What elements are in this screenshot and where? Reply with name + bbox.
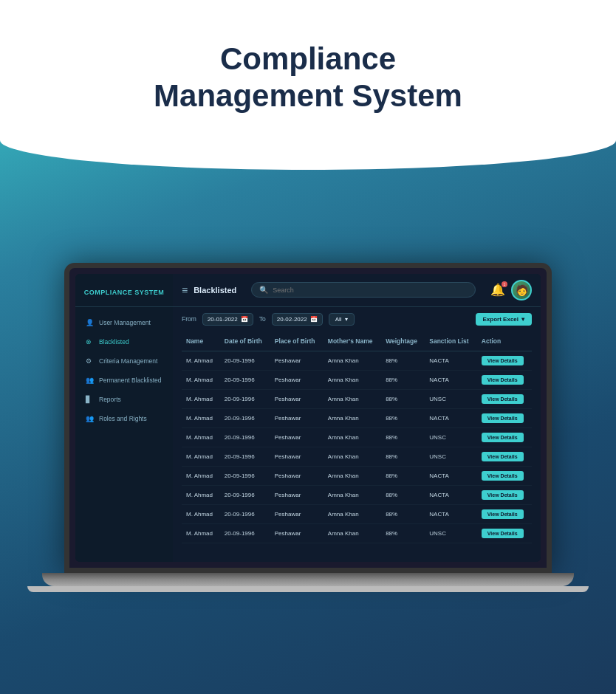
cell-action: View Details <box>477 447 532 466</box>
view-details-button[interactable]: View Details <box>482 529 524 538</box>
cell-name: M. Ahmad <box>182 427 220 447</box>
view-details-button[interactable]: View Details <box>482 452 524 461</box>
data-table-container: Name Date of Birth Place of Birth Mother… <box>173 331 541 562</box>
view-details-button[interactable]: View Details <box>482 490 524 500</box>
cell-dob: 20-09-1996 <box>220 466 270 485</box>
cell-mother: Amna Khan <box>324 370 381 389</box>
avatar[interactable]: 🧑 <box>511 280 532 300</box>
cell-weight: 88% <box>381 523 425 543</box>
export-excel-button[interactable]: Export Excel ▾ <box>476 313 532 326</box>
cell-sanction: NACTA <box>425 370 477 389</box>
cell-action: View Details <box>477 370 532 389</box>
to-label: To <box>259 315 266 323</box>
view-details-button[interactable]: View Details <box>482 356 524 365</box>
cell-name: M. Ahmad <box>182 351 220 370</box>
cell-action: View Details <box>477 351 532 370</box>
calendar-icon: 📅 <box>241 316 248 323</box>
filter-bar: From 20-01-2022 📅 To 20-02-2022 📅 All ▾ <box>173 307 541 331</box>
view-details-button[interactable]: View Details <box>482 433 524 442</box>
view-details-button[interactable]: View Details <box>482 375 524 385</box>
cell-dob: 20-09-1996 <box>220 370 270 389</box>
cell-weight: 88% <box>381 427 425 447</box>
view-details-button[interactable]: View Details <box>482 394 524 404</box>
cell-pob: Peshawar <box>270 485 324 504</box>
cell-sanction: NACTA <box>425 351 477 370</box>
col-header-name: Name <box>182 331 220 351</box>
table-header-row: Name Date of Birth Place of Birth Mother… <box>182 331 532 351</box>
cell-mother: Amna Khan <box>324 523 381 543</box>
cell-pob: Peshawar <box>270 523 324 543</box>
cell-dob: 20-09-1996 <box>220 351 270 370</box>
notification-button[interactable]: 🔔 1 <box>490 283 505 297</box>
cell-pob: Peshawar <box>270 408 324 427</box>
from-date-input[interactable]: 20-01-2022 📅 <box>202 313 253 326</box>
perm-blacklist-icon: 👥 <box>86 377 95 384</box>
user-icon: 👤 <box>86 319 95 326</box>
settings-icon: ⚙ <box>86 357 95 365</box>
table-row: M. Ahmad 20-09-1996 Peshawar Amna Khan 8… <box>182 389 532 408</box>
cell-pob: Peshawar <box>270 389 324 408</box>
table-row: M. Ahmad 20-09-1996 Peshawar Amna Khan 8… <box>182 427 532 447</box>
col-header-mother: Mother's Name <box>324 331 381 351</box>
laptop-foot <box>27 586 589 592</box>
sanction-filter[interactable]: All ▾ <box>329 313 355 326</box>
cell-dob: 20-09-1996 <box>220 408 270 427</box>
cell-weight: 88% <box>381 485 425 504</box>
search-bar[interactable]: 🔍 <box>251 282 476 298</box>
table-row: M. Ahmad 20-09-1996 Peshawar Amna Khan 8… <box>182 504 532 523</box>
notification-badge: 1 <box>502 281 507 287</box>
cell-mother: Amna Khan <box>324 408 381 427</box>
cell-weight: 88% <box>381 447 425 466</box>
col-header-sanction: Sanction List <box>425 331 477 351</box>
view-details-button[interactable]: View Details <box>482 413 524 423</box>
cell-sanction: UNSC <box>425 447 477 466</box>
hero-title: Compliance Management System <box>154 41 462 115</box>
cell-mother: Amna Khan <box>324 447 381 466</box>
cell-action: View Details <box>477 485 532 504</box>
sidebar-item-blacklisted[interactable]: ⊗ Blacklisted <box>78 333 170 351</box>
sidebar: COMPLIANCE SYSTEM 👤 User Management ⊗ Bl… <box>75 274 173 562</box>
blacklist-icon: ⊗ <box>86 338 95 346</box>
cell-name: M. Ahmad <box>182 389 220 408</box>
cell-mother: Amna Khan <box>324 504 381 523</box>
sidebar-item-user-management[interactable]: 👤 User Management <box>78 314 170 331</box>
table-row: M. Ahmad 20-09-1996 Peshawar Amna Khan 8… <box>182 370 532 389</box>
laptop-base <box>42 573 574 586</box>
sidebar-item-permanent-blacklisted[interactable]: 👥 Permanent Blacklisted <box>78 371 170 389</box>
cell-mother: Amna Khan <box>324 351 381 370</box>
page-title: Blacklisted <box>194 286 236 295</box>
table-row: M. Ahmad 20-09-1996 Peshawar Amna Khan 8… <box>182 447 532 466</box>
cell-sanction: NACTA <box>425 466 477 485</box>
cell-pob: Peshawar <box>270 427 324 447</box>
cell-weight: 88% <box>381 351 425 370</box>
sidebar-item-criteria-management[interactable]: ⚙ Criteria Management <box>78 352 170 370</box>
cell-name: M. Ahmad <box>182 447 220 466</box>
sidebar-item-reports[interactable]: ▊ Reports <box>78 391 170 408</box>
hamburger-icon[interactable]: ≡ <box>182 284 188 296</box>
sidebar-logo: COMPLIANCE SYSTEM <box>75 284 173 307</box>
cell-action: View Details <box>477 427 532 447</box>
cell-mother: Amna Khan <box>324 466 381 485</box>
cell-mother: Amna Khan <box>324 389 381 408</box>
col-header-weightage: Weightage <box>381 331 425 351</box>
view-details-button[interactable]: View Details <box>482 509 524 519</box>
cell-name: M. Ahmad <box>182 370 220 389</box>
topbar: ≡ Blacklisted 🔍 🔔 1 🧑 <box>173 274 541 307</box>
sidebar-item-roles-rights[interactable]: 👥 Roles and Rights <box>78 410 170 427</box>
table-row: M. Ahmad 20-09-1996 Peshawar Amna Khan 8… <box>182 523 532 543</box>
cell-dob: 20-09-1996 <box>220 447 270 466</box>
cell-dob: 20-09-1996 <box>220 485 270 504</box>
cell-action: View Details <box>477 466 532 485</box>
cell-pob: Peshawar <box>270 447 324 466</box>
cell-sanction: UNSC <box>425 523 477 543</box>
roles-icon: 👥 <box>86 415 95 422</box>
table-row: M. Ahmad 20-09-1996 Peshawar Amna Khan 8… <box>182 466 532 485</box>
cell-mother: Amna Khan <box>324 485 381 504</box>
cell-weight: 88% <box>381 504 425 523</box>
cell-action: View Details <box>477 389 532 408</box>
cell-sanction: UNSC <box>425 427 477 447</box>
view-details-button[interactable]: View Details <box>482 471 524 481</box>
to-date-input[interactable]: 20-02-2022 📅 <box>272 313 323 326</box>
cell-weight: 88% <box>381 389 425 408</box>
search-input[interactable] <box>273 286 468 294</box>
